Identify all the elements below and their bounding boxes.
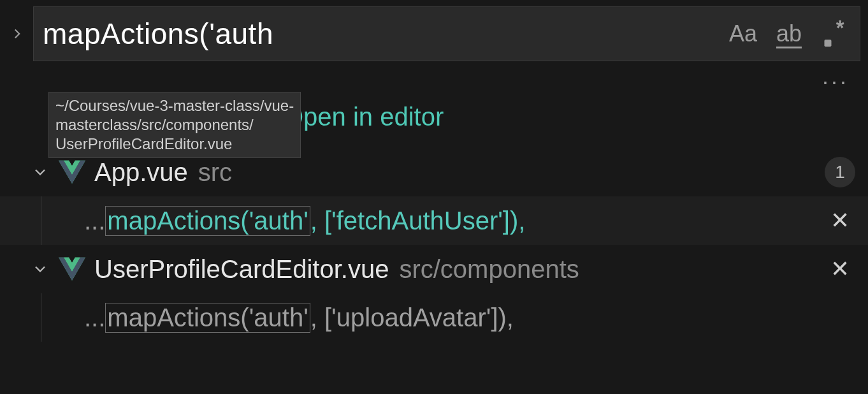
- file-path: src: [198, 158, 232, 187]
- match-highlight: mapActions('auth': [105, 206, 310, 236]
- dismiss-match-button[interactable]: ✕: [825, 207, 855, 234]
- chevron-down-icon[interactable]: [31, 260, 50, 278]
- dismiss-file-button[interactable]: ✕: [825, 256, 855, 282]
- match-prefix-ellipsis: ...: [84, 303, 105, 332]
- match-trailing-text: , ['fetchAuthUser']),: [310, 207, 526, 235]
- regex-toggle[interactable]: *: [819, 18, 851, 50]
- match-trailing-text: , ['uploadAvatar']),: [310, 303, 514, 332]
- tree-guide-line: [41, 293, 41, 342]
- match-count-badge: 1: [825, 157, 855, 187]
- search-input-container: Aa ab *: [33, 6, 860, 61]
- file-name: App.vue: [94, 158, 188, 187]
- match-result-row[interactable]: ...mapActions('auth', ['fetchAuthUser'])…: [0, 196, 868, 245]
- file-path: src/components: [399, 255, 579, 284]
- file-name: UserProfileCardEditor.vue: [94, 255, 389, 284]
- match-prefix-ellipsis: ...: [84, 207, 105, 235]
- match-case-toggle[interactable]: Aa: [727, 18, 759, 50]
- vue-file-icon: [59, 256, 85, 282]
- vue-file-icon: [59, 159, 85, 186]
- tree-guide-line: [41, 196, 41, 245]
- toggle-replace-chevron[interactable]: [8, 26, 27, 42]
- svg-text:*: *: [836, 20, 844, 40]
- match-highlight: mapActions('auth': [105, 303, 310, 333]
- more-actions-icon[interactable]: ...: [822, 65, 849, 88]
- search-input[interactable]: [43, 17, 727, 51]
- file-result-row[interactable]: App.vue src 1: [0, 148, 868, 196]
- match-result-row[interactable]: ...mapActions('auth', ['uploadAvatar']),: [0, 293, 868, 342]
- open-in-editor-link[interactable]: Open in editor: [284, 103, 444, 131]
- file-result-row[interactable]: UserProfileCardEditor.vue src/components…: [0, 245, 868, 293]
- whole-word-toggle[interactable]: ab: [773, 18, 805, 50]
- svg-rect-0: [825, 40, 832, 47]
- chevron-down-icon[interactable]: [31, 163, 50, 181]
